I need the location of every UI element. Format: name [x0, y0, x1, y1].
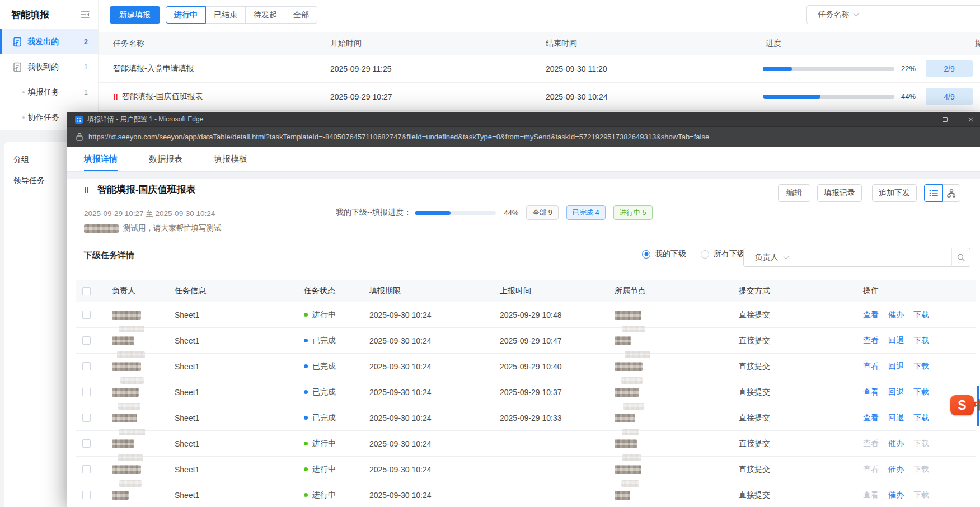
download-link[interactable]: 下载 [913, 336, 929, 346]
view-link[interactable]: 查看 [863, 310, 879, 320]
count-badge[interactable]: 2/9 [926, 60, 973, 77]
app-title: 智能填报 [11, 8, 80, 21]
download-link[interactable]: 下载 [913, 464, 929, 475]
badge-all[interactable]: 全部 9 [526, 205, 558, 220]
browser-urlbar[interactable]: https://xt.seeyon.com/seeyon/app/dataTab… [67, 126, 980, 147]
filter-tab-finished[interactable]: 已结束 [205, 6, 246, 24]
radio-all-subordinates[interactable]: 所有下级 [701, 249, 745, 259]
owner-filter-select[interactable]: 负责人 [743, 248, 799, 267]
redacted-node [615, 491, 630, 500]
rollback-link[interactable]: 回退 [888, 413, 904, 423]
search-field-select[interactable]: 任务名称 [806, 5, 869, 24]
sidebar-item-fill-tasks[interactable]: 填报任务 1 [0, 79, 98, 105]
urge-link[interactable]: 催办 [888, 439, 904, 449]
filter-tab-all[interactable]: 全部 [285, 6, 317, 24]
view-link[interactable]: 查看 [863, 413, 879, 423]
window-titlebar[interactable]: 填报详情 - 用户配置 1 - Microsoft Edge [67, 112, 980, 126]
badge-in-progress[interactable]: 进行中 5 [613, 205, 653, 220]
task-table-header: 任务名称 开始时间 结束时间 进度 操作 [99, 32, 980, 55]
view-link[interactable]: 查看 [863, 490, 879, 500]
sidebar-item-label: 我发出的 [27, 37, 59, 47]
row-checkbox[interactable] [82, 414, 91, 422]
url-text[interactable]: https://xt.seeyon.com/seeyon/app/dataTab… [88, 133, 962, 141]
status-dot-icon [304, 442, 308, 445]
column-header: 提交方式 [730, 280, 854, 302]
tab-detail[interactable]: 填报详情 [84, 147, 118, 171]
search-icon [956, 253, 965, 262]
column-header: 操作 [854, 280, 976, 302]
collapse-sidebar-icon[interactable] [80, 10, 90, 19]
progress-bar [763, 95, 894, 99]
close-icon[interactable] [967, 116, 974, 123]
report-sent-icon [12, 37, 22, 47]
task-row[interactable]: 智能填报-入党申请填报 2025-09-29 11:25 2025-09-30 … [99, 55, 980, 83]
task-row[interactable]: ‼ 智能填报-国庆值班报表 2025-09-29 10:27 2025-09-3… [99, 83, 980, 111]
redacted-node [615, 362, 643, 371]
filter-tab-ongoing[interactable]: 进行中 [166, 6, 206, 24]
rollback-link[interactable]: 回退 [888, 362, 904, 372]
task-name[interactable]: 智能填报-国庆值班报表 [122, 92, 203, 102]
status-dot-icon [304, 416, 308, 420]
table-row: Sheet1 已完成 2025-09-30 10:24 2025-09-29 1… [76, 379, 976, 405]
download-link[interactable]: 下载 [913, 439, 929, 449]
search-button[interactable] [951, 248, 970, 267]
report-time: 2025-09-29 10:33 [491, 405, 606, 430]
radio-my-subordinates[interactable]: 我的下级 [642, 249, 686, 259]
status-filter-group: 进行中 已结束 待发起 全部 [166, 6, 317, 24]
task-name[interactable]: 智能填报-入党申请填报 [113, 64, 194, 74]
minimize-icon[interactable] [916, 116, 923, 123]
maximize-icon[interactable] [941, 116, 949, 123]
sidebar-item-my-sent[interactable]: 我发出的 2 [0, 29, 98, 54]
count-badge[interactable]: 4/9 [926, 88, 973, 105]
select-all-checkbox[interactable] [82, 287, 91, 295]
download-link[interactable]: 下载 [913, 387, 929, 397]
download-link[interactable]: 下载 [913, 413, 929, 423]
urge-link[interactable]: 催办 [888, 310, 904, 320]
view-link[interactable]: 查看 [863, 336, 879, 346]
urge-link[interactable]: 催办 [888, 490, 904, 500]
edit-button[interactable]: 编辑 [778, 184, 810, 202]
row-checkbox[interactable] [82, 491, 91, 499]
rollback-link[interactable]: 回退 [888, 336, 904, 346]
bullet-dot-icon [22, 116, 25, 119]
view-link[interactable]: 查看 [863, 362, 879, 372]
task-search-input[interactable] [869, 5, 980, 24]
view-link[interactable]: 查看 [863, 439, 879, 449]
table-row: Sheet1 进行中 2025-09-30 10:24 直接提交 查看 催办 下… [76, 431, 976, 457]
submit-method: 直接提交 [730, 457, 854, 482]
row-checkbox[interactable] [82, 336, 91, 345]
fill-record-button[interactable]: 填报记录 [817, 184, 862, 202]
row-checkbox[interactable] [82, 311, 91, 319]
view-link[interactable]: 查看 [863, 387, 879, 397]
append-dispatch-button[interactable]: 追加下发 [872, 184, 917, 202]
tab-template[interactable]: 填报模板 [214, 147, 247, 171]
sogou-ime-icon[interactable]: S [950, 395, 974, 415]
submit-method: 直接提交 [730, 302, 854, 327]
download-link[interactable]: 下载 [913, 362, 929, 372]
row-checkbox[interactable] [82, 465, 91, 473]
urge-link[interactable]: 催办 [888, 464, 904, 475]
rollback-link[interactable]: 回退 [888, 387, 904, 397]
report-time: 2025-09-29 10:37 [491, 379, 606, 405]
tab-data-report[interactable]: 数据报表 [149, 147, 182, 171]
owner-search-input[interactable] [799, 248, 951, 267]
submit-method: 直接提交 [730, 354, 854, 379]
status-label: 进行中 [312, 439, 336, 449]
new-report-button[interactable]: 新建填报 [110, 6, 160, 24]
download-link[interactable]: 下载 [913, 490, 929, 500]
filter-tab-pending[interactable]: 待发起 [245, 6, 285, 24]
sidebar-item-my-received[interactable]: 我收到的 1 [0, 54, 98, 79]
urgent-mark-icon: ‼ [113, 92, 118, 101]
row-checkbox[interactable] [82, 388, 91, 396]
row-checkbox[interactable] [82, 439, 91, 448]
view-link[interactable]: 查看 [863, 464, 879, 475]
org-view-icon[interactable] [942, 184, 960, 202]
radio-icon [701, 250, 709, 259]
badge-completed[interactable]: 已完成 4 [566, 205, 606, 220]
download-link[interactable]: 下载 [913, 310, 929, 320]
list-view-icon[interactable] [924, 184, 943, 202]
end-time: 2025-09-30 11:20 [531, 55, 751, 82]
deadline: 2025-09-30 10:24 [362, 457, 491, 482]
row-checkbox[interactable] [82, 362, 91, 370]
table-row: Sheet1 已完成 2025-09-30 10:24 2025-09-29 1… [76, 354, 976, 379]
